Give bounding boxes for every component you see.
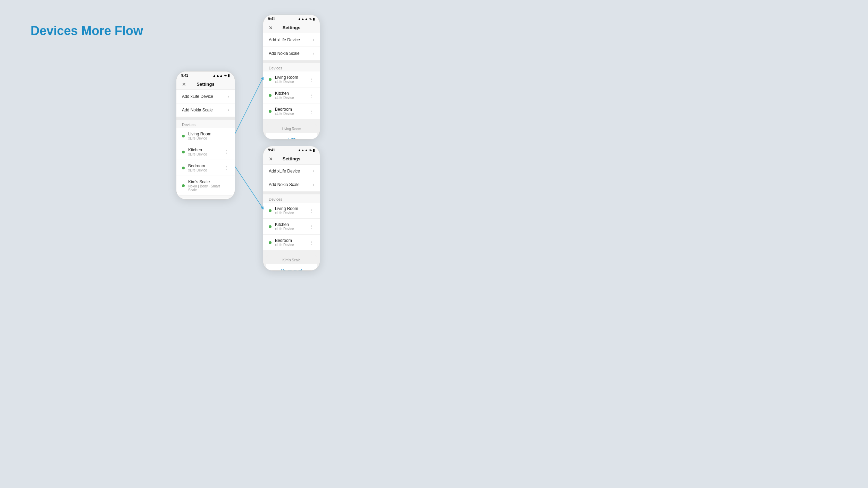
more-icon-bd-2[interactable]: ⋮ <box>309 109 314 114</box>
settings-title-3: Settings <box>283 156 300 161</box>
device-dot-3 <box>182 167 185 169</box>
device-dot-3-3 <box>269 241 272 244</box>
device-type-bd-3: xLife Device <box>275 243 309 247</box>
device-name-k-1: Kitchen <box>188 148 224 152</box>
status-time-2: 9:41 <box>268 17 275 21</box>
more-icon-lr-2[interactable]: ⋮ <box>309 77 314 82</box>
device-name-k-2: Kitchen <box>275 91 309 96</box>
device-row-living-room-2[interactable]: Living Room xLife Device ⋮ <box>263 71 320 87</box>
settings-title-2: Settings <box>283 25 300 30</box>
devices-label-2: Devices <box>263 63 320 71</box>
device-info-3-1: Living Room xLife Device <box>275 206 309 215</box>
signal-icon-1: ▲▲▲ <box>212 74 223 77</box>
device-row-bedroom-1[interactable]: Bedroom xLife Device ⋮ <box>176 160 235 176</box>
chevron-icon-1a: › <box>228 94 229 99</box>
phone-xlife-action: 9:41 ▲▲▲ ∿ ▮ ✕ Settings Add xLife Device… <box>263 15 320 140</box>
device-info-3-3: Bedroom xLife Device <box>275 238 309 247</box>
device-type-lr-3: xLife Device <box>275 211 309 215</box>
close-button-3[interactable]: ✕ <box>269 156 273 162</box>
device-name-bd-2: Bedroom <box>275 107 309 112</box>
device-type-k-1: xLife Device <box>188 152 224 156</box>
divider-3 <box>263 192 320 194</box>
signal-icon-2: ▲▲▲ <box>298 17 308 21</box>
battery-icon-3: ▮ <box>313 148 315 152</box>
add-xlife-item-1[interactable]: Add xLife Device › <box>176 90 235 103</box>
signal-icon-3: ▲▲▲ <box>298 148 308 152</box>
device-dot-2-2 <box>269 94 272 97</box>
chevron-icon-3b: › <box>313 182 314 187</box>
wifi-icon-2: ∿ <box>309 17 312 21</box>
device-dot-2-3 <box>269 110 272 113</box>
reconnect-button-nokia[interactable]: Reconnect <box>266 264 317 271</box>
status-time-3: 9:41 <box>268 148 275 152</box>
more-icon-k-3[interactable]: ⋮ <box>309 224 314 229</box>
device-info-2-3: Bedroom xLife Device <box>275 107 309 116</box>
device-row-bedroom-2[interactable]: Bedroom xLife Device ⋮ <box>263 103 320 119</box>
more-icon-kitchen-1[interactable]: ⋮ <box>224 149 229 155</box>
close-button-2[interactable]: ✕ <box>269 25 273 31</box>
status-bar-1: 9:41 ▲▲▲ ∿ ▮ <box>176 71 235 79</box>
action-sheet-title-xlife: Living Room <box>266 124 317 133</box>
chevron-icon-2b: › <box>313 51 314 56</box>
phone-header-2: ✕ Settings <box>263 22 320 33</box>
add-xlife-item-2[interactable]: Add xLife Device › <box>263 33 320 47</box>
device-name-lr-1: Living Room <box>188 132 229 136</box>
status-icons-1: ▲▲▲ ∿ ▮ <box>212 74 230 77</box>
divider-1 <box>176 117 235 120</box>
device-dot-3-2 <box>269 225 272 228</box>
device-name-bd-1: Bedroom <box>188 163 224 168</box>
device-name-lr-2: Living Room <box>275 75 309 80</box>
device-type-lr-2: xLife Device <box>275 80 309 84</box>
device-name-ks-1: Kim's Scale <box>188 179 229 184</box>
arrow-lines <box>0 0 868 488</box>
device-row-kitchen-1[interactable]: Kitchen xLife Device ⋮ <box>176 144 235 160</box>
add-nokia-item-3[interactable]: Add Nokia Scale › <box>263 178 320 192</box>
status-icons-2: ▲▲▲ ∿ ▮ <box>298 17 315 21</box>
add-nokia-label-3: Add Nokia Scale <box>269 182 300 187</box>
add-nokia-item-2[interactable]: Add Nokia Scale › <box>263 47 320 60</box>
device-type-bd-2: xLife Device <box>275 112 309 116</box>
edit-button-xlife[interactable]: Edit <box>266 133 317 140</box>
add-nokia-label-1: Add Nokia Scale <box>182 108 213 112</box>
device-dot-2 <box>182 151 185 153</box>
device-row-bedroom-3[interactable]: Bedroom xLife Device ⋮ <box>263 235 320 251</box>
device-info-2: Kitchen xLife Device <box>188 148 224 156</box>
chevron-icon-2a: › <box>313 37 314 42</box>
action-sheet-title-nokia: Kim's Scale <box>266 255 317 264</box>
device-row-kims-1[interactable]: Kim's Scale Nokia | Body · Smart Scale <box>176 176 235 196</box>
add-xlife-item-3[interactable]: Add xLife Device › <box>263 165 320 178</box>
device-dot-4 <box>182 184 185 187</box>
devices-label-3: Devices <box>263 194 320 203</box>
phone-main: 9:41 ▲▲▲ ∿ ▮ ✕ Settings Add xLife Device… <box>176 71 235 200</box>
more-icon-bd-3[interactable]: ⋮ <box>309 240 314 245</box>
more-icon-bedroom-1[interactable]: ⋮ <box>224 165 229 171</box>
device-row-kitchen-2[interactable]: Kitchen xLife Device ⋮ <box>263 87 320 103</box>
device-name-k-3: Kitchen <box>275 222 309 227</box>
device-name-bd-3: Bedroom <box>275 238 309 243</box>
chevron-icon-3a: › <box>313 169 314 174</box>
device-row-kitchen-3[interactable]: Kitchen xLife Device ⋮ <box>263 219 320 235</box>
device-row-living-room-3[interactable]: Living Room xLife Device ⋮ <box>263 203 320 219</box>
wifi-icon-1: ∿ <box>224 74 227 77</box>
sign-out-section-1[interactable]: SIGN OUT <box>176 199 235 200</box>
device-dot-1 <box>182 135 185 137</box>
device-row-living-room-1[interactable]: Living Room xLife Device <box>176 128 235 144</box>
more-icon-lr-3[interactable]: ⋮ <box>309 208 314 213</box>
add-xlife-label-1: Add xLife Device <box>182 94 213 99</box>
phone-nokia-action: 9:41 ▲▲▲ ∿ ▮ ✕ Settings Add xLife Device… <box>263 146 320 271</box>
add-nokia-label-2: Add Nokia Scale <box>269 51 300 56</box>
device-type-k-3: xLife Device <box>275 227 309 231</box>
add-xlife-label-3: Add xLife Device <box>269 169 300 174</box>
add-nokia-item-1[interactable]: Add Nokia Scale › <box>176 103 235 117</box>
device-type-ks-1: Nokia | Body · Smart Scale <box>188 184 229 192</box>
status-icons-3: ▲▲▲ ∿ ▮ <box>298 148 315 152</box>
wifi-icon-3: ∿ <box>309 148 312 152</box>
device-type-k-2: xLife Device <box>275 96 309 100</box>
phone-header-1: ✕ Settings <box>176 79 235 90</box>
battery-icon-2: ▮ <box>313 17 315 21</box>
device-info-4: Kim's Scale Nokia | Body · Smart Scale <box>188 179 229 192</box>
status-bar-2: 9:41 ▲▲▲ ∿ ▮ <box>263 15 320 22</box>
more-icon-k-2[interactable]: ⋮ <box>309 93 314 98</box>
device-name-lr-3: Living Room <box>275 206 309 211</box>
close-button-1[interactable]: ✕ <box>182 82 186 87</box>
